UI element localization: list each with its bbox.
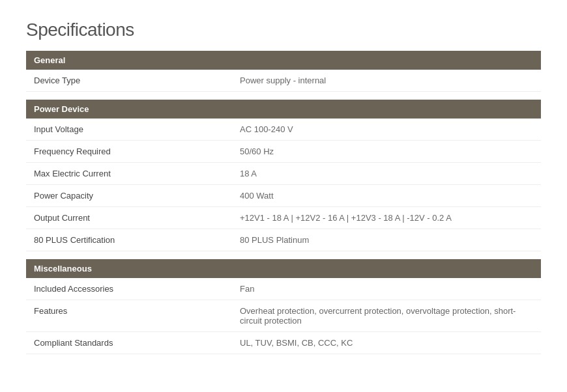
spec-label-miscellaneous-2: Compliant Standards xyxy=(26,332,232,354)
spec-label-miscellaneous-1: Features xyxy=(26,300,232,332)
spec-value-power-device-2: 18 A xyxy=(232,163,541,185)
spec-row-miscellaneous-2: Compliant StandardsUL, TUV, BSMI, CB, CC… xyxy=(26,332,541,354)
spec-row-power-device-1: Frequency Required50/60 Hz xyxy=(26,141,541,163)
section-header-miscellaneous: Miscellaneous xyxy=(26,259,541,278)
spec-value-power-device-3: 400 Watt xyxy=(232,185,541,207)
spec-value-power-device-5: 80 PLUS Platinum xyxy=(232,229,541,251)
section-header-general: General xyxy=(26,51,541,70)
spec-value-power-device-0: AC 100-240 V xyxy=(232,119,541,141)
spec-row-power-device-0: Input VoltageAC 100-240 V xyxy=(26,119,541,141)
page-title: Specifications xyxy=(26,20,541,40)
spec-row-miscellaneous-0: Included AccessoriesFan xyxy=(26,278,541,300)
spec-label-general-0: Device Type xyxy=(26,70,232,92)
section-spacer xyxy=(26,92,541,100)
spec-label-power-device-1: Frequency Required xyxy=(26,141,232,163)
section-spacer xyxy=(26,251,541,260)
spec-row-general-0: Device TypePower supply - internal xyxy=(26,70,541,92)
spec-label-power-device-3: Power Capacity xyxy=(26,185,232,207)
spec-label-power-device-4: Output Current xyxy=(26,207,232,229)
spec-value-miscellaneous-0: Fan xyxy=(232,278,541,300)
spec-row-power-device-4: Output Current+12V1 - 18 A | +12V2 - 16 … xyxy=(26,207,541,229)
spec-value-miscellaneous-2: UL, TUV, BSMI, CB, CCC, KC xyxy=(232,332,541,354)
specifications-table: GeneralDevice TypePower supply - interna… xyxy=(26,51,541,354)
spec-row-power-device-5: 80 PLUS Certification80 PLUS Platinum xyxy=(26,229,541,251)
spec-label-power-device-0: Input Voltage xyxy=(26,119,232,141)
spec-value-general-0: Power supply - internal xyxy=(232,70,541,92)
spec-label-power-device-5: 80 PLUS Certification xyxy=(26,229,232,251)
spec-row-power-device-3: Power Capacity400 Watt xyxy=(26,185,541,207)
spec-row-power-device-2: Max Electric Current18 A xyxy=(26,163,541,185)
spec-value-miscellaneous-1: Overheat protection, overcurrent protect… xyxy=(232,300,541,332)
spec-row-miscellaneous-1: FeaturesOverheat protection, overcurrent… xyxy=(26,300,541,332)
spec-value-power-device-1: 50/60 Hz xyxy=(232,141,541,163)
section-header-power-device: Power Device xyxy=(26,100,541,119)
spec-value-power-device-4: +12V1 - 18 A | +12V2 - 16 A | +12V3 - 18… xyxy=(232,207,541,229)
spec-label-power-device-2: Max Electric Current xyxy=(26,163,232,185)
spec-label-miscellaneous-0: Included Accessories xyxy=(26,278,232,300)
